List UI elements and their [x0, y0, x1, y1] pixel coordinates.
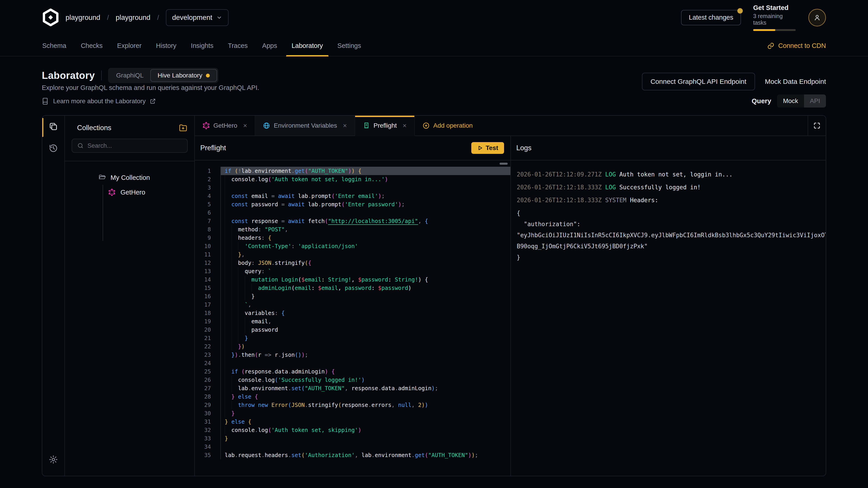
- code-line[interactable]: 19email,: [195, 317, 510, 326]
- code-line[interactable]: 20password: [195, 326, 510, 334]
- logs-title: Logs: [516, 144, 531, 152]
- code-line[interactable]: 22}): [195, 342, 510, 351]
- code-line[interactable]: 13query: `: [195, 267, 510, 275]
- collection-folder[interactable]: My Collection: [65, 171, 194, 184]
- code-line[interactable]: 11},: [195, 250, 510, 259]
- mock-endpoint-button[interactable]: Mock Data Endpoint: [765, 78, 826, 86]
- gear-icon: [49, 455, 58, 464]
- code-line[interactable]: 7const response = await fetch("http://lo…: [195, 217, 510, 225]
- line-content: body: JSON.stringify({: [221, 259, 510, 267]
- user-avatar[interactable]: [808, 9, 826, 26]
- settings-rail-button[interactable]: [42, 449, 65, 470]
- test-button[interactable]: Test: [471, 142, 504, 154]
- new-collection-icon[interactable]: [179, 123, 188, 132]
- collections-rail-button[interactable]: [42, 116, 65, 137]
- nav-tab-traces[interactable]: Traces: [222, 35, 253, 57]
- collection-operation-gethero[interactable]: GetHero: [65, 185, 194, 199]
- nav-tab-laboratory[interactable]: Laboratory: [286, 35, 329, 57]
- nav-tab-history[interactable]: History: [151, 35, 182, 57]
- fullscreen-button[interactable]: [808, 116, 826, 135]
- code-line[interactable]: 23}).then(r => r.json());: [195, 351, 510, 359]
- get-started-widget[interactable]: Get Started 3 remaining tasks: [753, 4, 796, 31]
- connect-cdn-link[interactable]: Connect to CDN: [767, 35, 826, 57]
- code-line[interactable]: 21}: [195, 334, 510, 342]
- line-content: 'Content-Type': 'application/json': [221, 242, 510, 250]
- connect-endpoint-button[interactable]: Connect GraphQL API Endpoint: [642, 73, 755, 90]
- mode-option-hive-laboratory[interactable]: Hive Laboratory: [150, 69, 217, 82]
- page-description: Explore your GraphQL schema and run quer…: [42, 84, 259, 92]
- line-number: 4: [195, 192, 221, 200]
- code-line[interactable]: 17`,: [195, 300, 510, 309]
- code-line[interactable]: 2console.log('Auth token not set, loggin…: [195, 175, 510, 184]
- code-line[interactable]: 9headers: {: [195, 234, 510, 242]
- code-line[interactable]: 33}: [195, 434, 510, 443]
- line-content: [221, 208, 510, 217]
- line-number: 18: [195, 309, 221, 317]
- code-line[interactable]: 4const email = await lab.prompt('Enter e…: [195, 192, 510, 200]
- code-line[interactable]: 29throw new Error(JSON.stringify(respons…: [195, 401, 510, 409]
- close-tab-icon[interactable]: ×: [243, 122, 247, 129]
- editor-scrollbar[interactable]: [500, 163, 508, 165]
- code-line[interactable]: 31} else {: [195, 418, 510, 426]
- query-mode-mock[interactable]: Mock: [777, 94, 804, 107]
- close-tab-icon[interactable]: ×: [343, 122, 347, 129]
- tab-label: Add operation: [433, 122, 473, 129]
- breadcrumb-project[interactable]: playground: [116, 13, 150, 22]
- code-line[interactable]: 14mutation Login($email: String!, $passw…: [195, 275, 510, 284]
- code-line[interactable]: 30}: [195, 409, 510, 418]
- code-line[interactable]: 28} else {: [195, 392, 510, 401]
- learn-more-link[interactable]: Learn more about the Laboratory: [42, 98, 156, 105]
- line-content: }: [221, 292, 510, 300]
- book-icon: [42, 98, 49, 105]
- line-number: 23: [195, 351, 221, 359]
- query-label: Query: [752, 97, 771, 105]
- close-tab-icon[interactable]: ×: [403, 122, 407, 129]
- code-line[interactable]: 6: [195, 208, 510, 217]
- code-line[interactable]: 34: [195, 443, 510, 451]
- collections-search[interactable]: [72, 139, 188, 153]
- collections-tree: My Collection GetHero: [65, 161, 194, 476]
- line-number: 9: [195, 234, 221, 242]
- code-line[interactable]: 1if (!lab.environment.get("AUTH_TOKEN"))…: [195, 167, 510, 175]
- collections-search-input[interactable]: [88, 142, 182, 149]
- target-selector[interactable]: development: [166, 9, 229, 26]
- code-line[interactable]: 5const password = await lab.prompt('Ente…: [195, 200, 510, 208]
- nav-tab-checks[interactable]: Checks: [75, 35, 108, 57]
- nav-tab-explorer[interactable]: Explorer: [112, 35, 147, 57]
- add-operation-button[interactable]: Add operation: [415, 116, 480, 135]
- breadcrumb-org[interactable]: playground: [66, 13, 100, 22]
- history-rail-button[interactable]: [42, 137, 65, 159]
- line-number: 13: [195, 267, 221, 275]
- nav-tab-schema[interactable]: Schema: [37, 35, 72, 57]
- code-line[interactable]: 24: [195, 359, 510, 367]
- line-number: 10: [195, 242, 221, 250]
- code-line[interactable]: 27lab.environment.set("AUTH_TOKEN", resp…: [195, 384, 510, 392]
- code-line[interactable]: 25if (response.data.adminLogin) {: [195, 367, 510, 376]
- code-line[interactable]: 26console.log('Successfully logged in!'): [195, 376, 510, 384]
- code-line[interactable]: 35lab.request.headers.set('Authorization…: [195, 451, 510, 459]
- query-mode-api[interactable]: API: [804, 94, 826, 107]
- nav-tab-apps[interactable]: Apps: [257, 35, 283, 57]
- code-line[interactable]: 16}: [195, 292, 510, 300]
- code-line[interactable]: 32console.log('Auth token set, skipping'…: [195, 426, 510, 434]
- line-content: method: "POST",: [221, 225, 510, 234]
- line-number: 3: [195, 184, 221, 192]
- laboratory-mode-toggle: GraphiQLHive Laboratory: [108, 68, 218, 83]
- hive-logo-icon[interactable]: [42, 8, 59, 26]
- code-line[interactable]: 18variables: {: [195, 309, 510, 317]
- latest-changes-button[interactable]: Latest changes: [681, 10, 741, 25]
- nav-tab-settings[interactable]: Settings: [332, 35, 367, 57]
- code-line[interactable]: 15adminLogin(email: $email, password: $p…: [195, 284, 510, 292]
- tab-environment-variables[interactable]: Environment Variables×: [255, 116, 355, 135]
- code-line[interactable]: 3: [195, 184, 510, 192]
- code-line[interactable]: 10'Content-Type': 'application/json': [195, 242, 510, 250]
- preflight-code-editor[interactable]: 1if (!lab.environment.get("AUTH_TOKEN"))…: [195, 160, 510, 476]
- code-line[interactable]: 8method: "POST",: [195, 225, 510, 234]
- tab-gethero[interactable]: GetHero×: [195, 116, 255, 135]
- line-content: const response = await fetch("http://loc…: [221, 217, 510, 225]
- tab-preflight[interactable]: Preflight×: [355, 116, 415, 136]
- breadcrumb-separator: /: [107, 14, 109, 22]
- mode-option-graphiql[interactable]: GraphiQL: [110, 69, 150, 82]
- code-line[interactable]: 12body: JSON.stringify({: [195, 259, 510, 267]
- nav-tab-insights[interactable]: Insights: [185, 35, 219, 57]
